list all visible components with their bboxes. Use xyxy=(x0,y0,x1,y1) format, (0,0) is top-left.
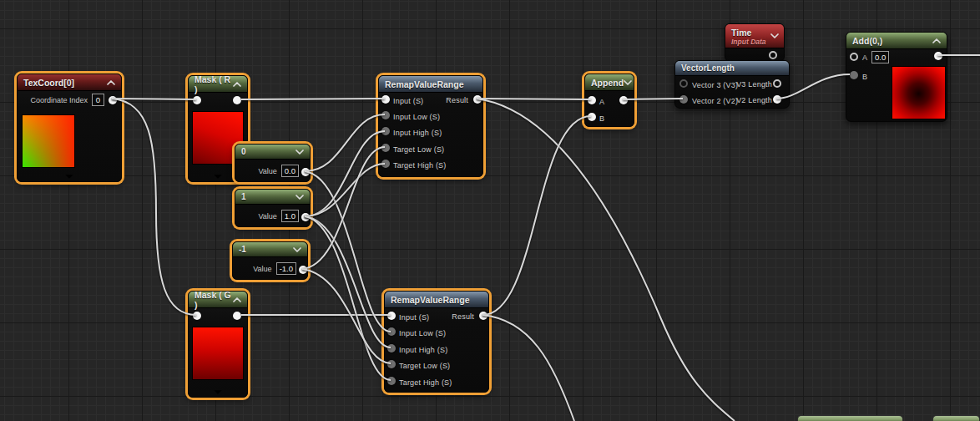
chevron-down-icon[interactable] xyxy=(64,174,74,180)
result-label: Result xyxy=(446,96,468,104)
coordinate-index-row: Coordinate Index 0 xyxy=(18,94,104,106)
node-title: VectorLength xyxy=(681,63,735,73)
result-pin[interactable] xyxy=(473,95,482,104)
chevron-up-icon[interactable] xyxy=(233,82,241,87)
output-pin[interactable] xyxy=(619,96,628,104)
input-pin[interactable] xyxy=(381,95,390,104)
result-pin[interactable] xyxy=(479,312,487,320)
node-subtitle: Input Data xyxy=(731,38,766,46)
node-constant-0-titlebar[interactable]: 0 xyxy=(235,145,310,160)
wire-constneg1-to-remap-bottom-target-low[interactable] xyxy=(302,269,391,363)
wire-const1-to-remap-bottom-target-high[interactable] xyxy=(305,216,391,380)
chevron-up-icon[interactable] xyxy=(932,38,941,43)
chevron-down-icon[interactable] xyxy=(624,80,632,85)
output-pin[interactable] xyxy=(934,52,942,60)
wire-const0-to-remap-top-input-low[interactable] xyxy=(305,114,385,171)
value-row: Value 1.0 xyxy=(235,210,299,222)
chevron-up-icon[interactable] xyxy=(233,297,241,302)
output-pin[interactable] xyxy=(109,96,117,104)
output-pin[interactable] xyxy=(233,96,241,104)
partial-node-bottom-left[interactable] xyxy=(797,415,903,421)
vector2-input-pin[interactable] xyxy=(679,95,688,104)
node-constant-neg1[interactable]: -1 Value -1.0 xyxy=(232,241,308,280)
node-texcoord[interactable]: TexCoord[0] Coordinate Index 0 xyxy=(17,74,122,182)
wire-texcoord-to-mask-r[interactable] xyxy=(112,99,196,99)
node-constant-neg1-titlebar[interactable]: -1 xyxy=(233,242,307,257)
pin-label: A xyxy=(862,53,867,62)
wire-remap-bottom-to-bottom-edge[interactable] xyxy=(482,315,574,421)
pin-label: Target High (S) xyxy=(385,374,488,390)
value-field[interactable]: 1.0 xyxy=(281,210,299,222)
output-pin[interactable] xyxy=(301,213,310,221)
input-low-pin[interactable] xyxy=(381,111,390,119)
chevron-down-icon[interactable] xyxy=(213,389,223,395)
target-high-pin[interactable] xyxy=(381,160,390,168)
node-remap-top-titlebar[interactable]: RemapValueRange xyxy=(379,76,482,93)
output-pin[interactable] xyxy=(233,312,241,320)
chevron-up-icon[interactable] xyxy=(107,80,115,85)
value-field[interactable]: 0.0 xyxy=(871,51,889,63)
chevron-down-icon[interactable] xyxy=(213,174,223,180)
node-texcoord-titlebar[interactable]: TexCoord[0] xyxy=(18,74,121,91)
input-b-pin[interactable] xyxy=(850,71,858,79)
wire-const1-to-remap-bottom-input-high[interactable] xyxy=(305,216,391,347)
partial-node-bottom-right[interactable] xyxy=(932,415,980,421)
node-mask-g-titlebar[interactable]: Mask ( G ) xyxy=(189,292,247,308)
node-constant-1-titlebar[interactable]: 1 xyxy=(235,190,310,205)
node-constant-1[interactable]: 1 Value 1.0 xyxy=(235,189,311,227)
input-b-pin[interactable] xyxy=(588,113,596,121)
node-title: Append xyxy=(591,78,624,88)
output-pin[interactable] xyxy=(769,51,777,59)
chevron-down-icon[interactable] xyxy=(296,195,304,200)
value-field[interactable]: 0.0 xyxy=(281,165,299,177)
input-pin[interactable] xyxy=(193,96,201,104)
target-low-pin[interactable] xyxy=(381,144,390,152)
value-field[interactable]: -1.0 xyxy=(276,262,296,275)
node-remap-bottom-titlebar[interactable]: RemapValueRange xyxy=(385,292,488,308)
input-pin[interactable] xyxy=(387,312,396,320)
wire-remap-bottom-to-append-b[interactable] xyxy=(482,116,591,315)
coordinate-index-field[interactable]: 0 xyxy=(92,94,104,106)
wire-const1-to-remap-top-input-high[interactable] xyxy=(305,131,385,216)
target-low-pin[interactable] xyxy=(387,360,396,368)
node-add[interactable]: Add(0,) A 0.0 B xyxy=(846,32,947,122)
node-add-titlebar[interactable]: Add(0,) xyxy=(846,33,947,49)
input-high-pin[interactable] xyxy=(381,127,390,135)
output-pin[interactable] xyxy=(299,266,307,274)
wire-mask-r-to-remap-top[interactable] xyxy=(241,99,385,99)
input-low-pin[interactable] xyxy=(387,327,396,336)
v3-length-output-pin[interactable] xyxy=(773,79,781,88)
node-remap-value-range-top[interactable]: RemapValueRange Input (S) Result Input L… xyxy=(378,75,483,177)
node-vector-length[interactable]: VectorLength Vector 3 (V3) V3 Length Vec… xyxy=(674,60,790,109)
wire-const1-to-remap-top-target-high[interactable] xyxy=(305,164,385,216)
input-high-pin[interactable] xyxy=(387,344,396,353)
node-title: RemapValueRange xyxy=(385,79,464,89)
output-pin[interactable] xyxy=(301,168,310,176)
wire-remap-top-to-bottom-edge[interactable] xyxy=(477,99,735,421)
v2-length-output-pin[interactable] xyxy=(773,95,781,104)
node-remap-value-range-bottom[interactable]: RemapValueRange Input (S) Result Input L… xyxy=(384,291,489,393)
input-a-pin[interactable] xyxy=(588,96,596,104)
node-append[interactable]: A Append A B xyxy=(584,74,634,127)
node-constant-0[interactable]: 0 Value 0.0 xyxy=(235,144,311,182)
chevron-down-icon[interactable] xyxy=(293,247,301,252)
node-title: 0 xyxy=(241,147,246,156)
add-preview-image xyxy=(892,66,946,119)
input-a-pin[interactable] xyxy=(850,53,858,61)
wire-constneg1-to-remap-top-target-low[interactable] xyxy=(302,147,385,269)
wire-const0-to-remap-bottom-input-low[interactable] xyxy=(305,171,391,332)
target-high-pin[interactable] xyxy=(387,377,396,385)
wire-remap-top-to-append-a[interactable] xyxy=(477,99,591,99)
chevron-down-icon[interactable] xyxy=(296,150,304,155)
node-time[interactable]: Time Input Data xyxy=(725,23,785,62)
wire-texcoord-to-mask-g[interactable] xyxy=(112,99,196,315)
node-mask-g[interactable]: Mask ( G ) xyxy=(188,291,248,398)
node-vector-length-titlebar[interactable]: VectorLength xyxy=(675,61,789,76)
node-mask-r-titlebar[interactable]: Mask ( R ) xyxy=(189,76,247,93)
node-append-titlebar[interactable]: A Append xyxy=(585,74,634,91)
input-pin[interactable] xyxy=(193,312,201,320)
material-graph-canvas[interactable]: TexCoord[0] Coordinate Index 0 Mask ( R … xyxy=(0,0,980,421)
node-title: -1 xyxy=(239,245,246,254)
chevron-down-icon[interactable] xyxy=(770,33,779,38)
vector3-input-pin[interactable] xyxy=(679,79,688,88)
